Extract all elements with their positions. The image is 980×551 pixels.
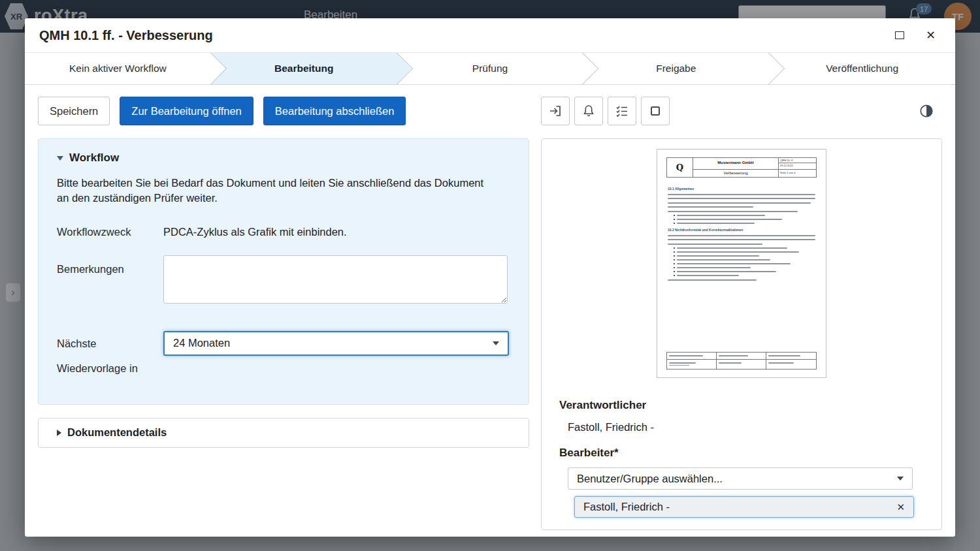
right-panel: Q Mustermann GmbH QMH 10. ff 09.12.2021 … bbox=[541, 138, 942, 530]
left-column: Workflow Bitte bearbeiten Sie bei Bedarf… bbox=[38, 138, 529, 448]
purpose-value: PDCA-Zyklus als Grafik mit einbinden. bbox=[163, 226, 347, 238]
purpose-label: Workflowzweck bbox=[57, 226, 163, 238]
preview-toggle-button[interactable] bbox=[919, 103, 934, 119]
preview-doc-meta: QMH 10. ff 09.12.2021 bbox=[778, 158, 816, 170]
remarks-label: Bemerkungen bbox=[57, 255, 163, 304]
close-button[interactable]: ✕ bbox=[926, 29, 936, 41]
dialog-toolbar: Speichern Zur Bearbeitung öffnen Bearbei… bbox=[25, 97, 955, 125]
open-document-button[interactable] bbox=[541, 97, 570, 125]
selected-editor-name: Fastoll, Friedrich - bbox=[583, 501, 670, 513]
step-label: Freigabe bbox=[656, 63, 696, 74]
preview-header-table: Q Mustermann GmbH QMH 10. ff 09.12.2021 … bbox=[666, 157, 817, 178]
checklist-icon bbox=[615, 104, 629, 118]
step-kein-aktiver-workflow[interactable]: Kein aktiver Workflow bbox=[25, 53, 211, 84]
responsible-label: Verantwortlicher bbox=[559, 399, 924, 412]
document-details-header[interactable]: Dokumentendetails bbox=[38, 418, 529, 448]
stop-square-icon bbox=[648, 104, 662, 118]
maximize-button[interactable] bbox=[895, 31, 904, 39]
step-label: Prüfung bbox=[472, 63, 508, 74]
preview-footer-table bbox=[666, 352, 817, 370]
step-label: Bearbeitung bbox=[274, 63, 333, 74]
finish-editing-button[interactable]: Bearbeitung abschließen bbox=[263, 97, 406, 125]
step-bearbeitung[interactable]: Bearbeitung bbox=[211, 53, 397, 84]
workflow-panel-title: Workflow bbox=[69, 151, 119, 165]
step-freigabe[interactable]: Freigabe bbox=[583, 53, 769, 84]
dialog-title: QMH 10.1 ff. - Verbesserung bbox=[39, 28, 213, 43]
document-preview: Q Mustermann GmbH QMH 10. ff 09.12.2021 … bbox=[657, 149, 826, 378]
screen: XR roXtra Bearbeiten 17 TF › QMH 10.1 ff… bbox=[0, 0, 980, 551]
window-controls: ✕ bbox=[895, 29, 936, 41]
step-label: Kein aktiver Workflow bbox=[69, 63, 167, 74]
chevron-down-icon bbox=[897, 477, 904, 480]
preview-page-info: Seite 1 von 4 bbox=[778, 170, 816, 177]
dialog-header: QMH 10.1 ff. - Verbesserung ✕ bbox=[25, 18, 955, 52]
editor-select[interactable]: Benutzer/Gruppe auswählen... bbox=[568, 467, 913, 490]
collapse-triangle-icon bbox=[57, 156, 63, 161]
notifications-subscribe-button[interactable] bbox=[574, 97, 603, 125]
resubmission-label: Nächste Wiedervorlage in bbox=[57, 331, 163, 381]
preview-body: 10.1 Allgemeines 10.2 Nichtkonformität u… bbox=[666, 178, 817, 352]
dialog-content: Workflow Bitte bearbeiten Sie bei Bedarf… bbox=[25, 125, 955, 530]
workflow-panel: Workflow Bitte bearbeiten Sie bei Bedarf… bbox=[38, 138, 529, 405]
open-for-editing-button[interactable]: Zur Bearbeitung öffnen bbox=[120, 97, 253, 125]
step-veroeffentlichung[interactable]: Veröffentlichung bbox=[769, 53, 955, 84]
editor-select-value: Benutzer/Gruppe auswählen... bbox=[577, 473, 723, 485]
workflow-panel-header[interactable]: Workflow bbox=[57, 151, 510, 165]
action-buttons: Speichern Zur Bearbeitung öffnen Bearbei… bbox=[38, 97, 529, 125]
remarks-textarea[interactable] bbox=[163, 255, 508, 304]
workflow-instruction: Bitte bearbeiten Sie bei Bedarf das Doku… bbox=[57, 176, 489, 206]
document-details-title: Dokumentendetails bbox=[67, 426, 167, 439]
purpose-row: Workflowzweck PDCA-Zyklus als Grafik mit… bbox=[57, 226, 510, 238]
expand-triangle-icon bbox=[57, 430, 61, 436]
workflow-steps: Kein aktiver Workflow Bearbeitung Prüfun… bbox=[25, 52, 955, 85]
enter-document-icon bbox=[548, 104, 563, 118]
editor-label: Bearbeiter* bbox=[559, 447, 924, 460]
bell-icon bbox=[581, 104, 596, 118]
preview-heading-2: 10.2 Nichtkonformität und Korrekturmaßna… bbox=[668, 228, 815, 232]
tasks-button[interactable] bbox=[608, 97, 636, 125]
remarks-row: Bemerkungen bbox=[57, 255, 510, 304]
remove-selection-icon[interactable]: ✕ bbox=[896, 501, 905, 513]
resubmission-select[interactable]: 24 Monaten bbox=[163, 331, 509, 356]
selected-editor-chip[interactable]: Fastoll, Friedrich - ✕ bbox=[574, 496, 914, 518]
save-button[interactable]: Speichern bbox=[38, 97, 110, 125]
preview-logo: Q bbox=[667, 158, 693, 177]
step-label: Veröffentlichung bbox=[826, 63, 898, 74]
preview-doc-title: Verbesserung bbox=[693, 170, 778, 177]
icon-toolbar bbox=[541, 97, 670, 125]
half-circle-icon bbox=[919, 103, 934, 119]
step-pruefung[interactable]: Prüfung bbox=[397, 53, 583, 84]
resubmission-select-value: 24 Monaten bbox=[173, 337, 230, 349]
resubmission-row: Nächste Wiedervorlage in 24 Monaten bbox=[57, 331, 510, 381]
preview-company: Mustermann GmbH bbox=[693, 158, 778, 170]
chevron-down-icon bbox=[493, 341, 499, 345]
stop-button[interactable] bbox=[641, 97, 670, 125]
responsible-value: Fastoll, Friedrich - bbox=[568, 421, 924, 433]
preview-heading-1: 10.1 Allgemeines bbox=[668, 187, 815, 191]
maximize-icon bbox=[895, 31, 904, 39]
workflow-dialog: QMH 10.1 ff. - Verbesserung ✕ Kein aktiv… bbox=[25, 18, 955, 537]
